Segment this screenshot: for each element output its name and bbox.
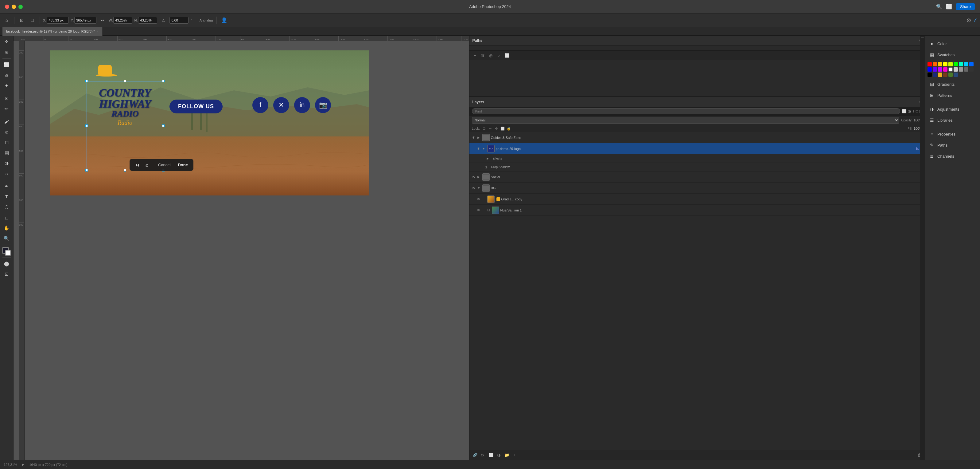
fr-item-channels[interactable]: ≣ Channels xyxy=(925,151,980,162)
text-tool[interactable]: T xyxy=(2,192,12,202)
new-fill-adj-icon[interactable]: ◑ xyxy=(496,452,502,458)
layer-expand-icon[interactable]: ▼ xyxy=(477,186,481,190)
swatch[interactable] xyxy=(959,62,963,66)
layer-expand-icon[interactable]: ▼ xyxy=(482,147,486,150)
lock-position-icon[interactable]: ✛ xyxy=(494,126,499,131)
transform-first-btn[interactable]: ⏮ xyxy=(133,161,141,169)
fr-item-paths[interactable]: ✎ Paths xyxy=(925,140,980,151)
blur-tool[interactable]: ◑ xyxy=(2,158,12,168)
home-icon[interactable]: ⌂ xyxy=(2,16,11,25)
layer-pr-demo-29-logo[interactable]: 👁 ▼ SO pr-demo-29-logo fx ▲ xyxy=(469,143,925,154)
panel-collapse-bar[interactable]: ⟨ xyxy=(920,36,925,460)
screen-mode-tool[interactable]: ⊡ xyxy=(2,269,12,279)
maximize-button[interactable] xyxy=(18,5,23,9)
twitter-x-icon[interactable]: ✕ xyxy=(273,97,289,113)
follow-us-button[interactable]: FOLLOW US xyxy=(169,100,223,113)
select-icon[interactable]: ⊡ xyxy=(18,16,26,25)
lock-checkered-icon[interactable]: ⊡ xyxy=(482,126,487,131)
transform-handle-bl[interactable] xyxy=(85,169,88,171)
move-tool[interactable]: ✛ xyxy=(2,37,12,47)
layer-vis-icon[interactable]: 👁 xyxy=(471,175,476,179)
add-style-icon[interactable]: fx xyxy=(480,452,486,458)
layer-effects[interactable]: ▶ Effects xyxy=(469,154,925,163)
close-button[interactable] xyxy=(5,5,9,9)
file-tab[interactable]: facebook_header.psd @ 127% (pr-demo-29-l… xyxy=(2,27,103,36)
layers-search-input[interactable] xyxy=(472,108,900,114)
wand-tool[interactable]: ✦ xyxy=(2,81,12,91)
brush-tool[interactable]: 🖌 xyxy=(2,116,12,126)
transform-done-button[interactable]: Done xyxy=(175,161,190,168)
tab-close-button[interactable]: × xyxy=(97,30,99,33)
filter-pixel-icon[interactable]: ⬜ xyxy=(902,109,907,113)
new-layer-icon[interactable]: + xyxy=(512,452,518,458)
fr-item-gradients[interactable]: ▤ Gradients xyxy=(925,79,980,90)
swatch[interactable] xyxy=(954,67,958,72)
layer-vis-icon[interactable]: 👁 xyxy=(471,135,476,140)
swatch[interactable] xyxy=(964,67,968,72)
layer-expand-icon[interactable]: ▶ xyxy=(487,157,490,160)
crop-tool[interactable]: ⊡ xyxy=(2,93,12,103)
transform-handle-tl[interactable] xyxy=(85,80,88,82)
filter-type-icon[interactable]: T xyxy=(912,109,914,113)
swatch[interactable] xyxy=(969,62,974,66)
swatch[interactable] xyxy=(948,73,953,77)
filter-shape-icon[interactable]: □ xyxy=(916,109,918,113)
angle-input[interactable] xyxy=(169,17,189,24)
layer-vis-icon[interactable]: 👁 xyxy=(476,197,481,202)
swatch[interactable] xyxy=(938,73,942,77)
swatch[interactable] xyxy=(943,67,947,72)
rect-tool[interactable]: □ xyxy=(2,213,12,223)
fr-item-color[interactable]: ● Color xyxy=(925,38,980,49)
swatch[interactable] xyxy=(964,62,968,66)
cancel-icon[interactable]: ⊘ xyxy=(966,17,971,24)
marquee-tool[interactable]: ⬜ xyxy=(2,60,12,70)
layer-vis-icon[interactable]: 👁 xyxy=(471,186,476,191)
layer-social[interactable]: 👁 ▶ Social xyxy=(469,171,925,183)
clone-tool[interactable]: ⎋ xyxy=(2,127,12,137)
fr-item-libraries[interactable]: ☰ Libraries xyxy=(925,115,980,126)
layer-bg[interactable]: 👁 ▼ BG xyxy=(469,183,925,194)
lock-all-icon[interactable]: 🔒 xyxy=(506,126,511,131)
fr-item-swatches[interactable]: ▦ Swatches xyxy=(925,49,980,60)
gradient-tool[interactable]: ▤ xyxy=(2,148,12,158)
linkedin-icon[interactable]: in xyxy=(294,97,310,113)
dodge-tool[interactable]: ○ xyxy=(2,169,12,179)
facebook-icon[interactable]: f xyxy=(252,97,268,113)
layer-vis-icon[interactable]: 👁 xyxy=(476,146,481,151)
swatch[interactable] xyxy=(938,67,942,72)
swatch[interactable] xyxy=(928,73,932,77)
add-mask-icon[interactable]: ⬜ xyxy=(488,452,494,458)
transform-second-btn[interactable]: ⌀ xyxy=(144,161,150,169)
instagram-icon[interactable]: 📷 xyxy=(315,97,331,113)
layer-hue-saturation[interactable]: 👁 ⊡ Hue/Sa...ion 1 xyxy=(469,205,925,216)
swatch[interactable] xyxy=(928,67,932,72)
swatch[interactable] xyxy=(959,67,963,72)
link-layers-icon[interactable]: 🔗 xyxy=(472,452,478,458)
swatch[interactable] xyxy=(938,62,942,66)
window-icon[interactable]: ⬜ xyxy=(946,4,952,10)
transform-handle-ml[interactable] xyxy=(85,124,88,127)
person-icon[interactable]: 👤 xyxy=(220,17,228,24)
layer-gradient-copy[interactable]: 👁 Gradie... copy xyxy=(469,194,925,205)
transform-handle-bm[interactable] xyxy=(124,169,126,171)
layer-drop-shadow[interactable]: ◑ Drop Shadow xyxy=(469,163,925,171)
link-icon[interactable]: ⇔ xyxy=(98,16,107,25)
layer-vis-icon[interactable]: 👁 xyxy=(476,208,481,213)
minimize-button[interactable] xyxy=(12,5,16,9)
transform-handle-tm[interactable] xyxy=(124,80,126,82)
pen-tool[interactable]: ✒ xyxy=(2,181,12,191)
logo-transform-area[interactable]: COUNTRY HIGHWAY RADIO Radio xyxy=(87,81,163,170)
filter-adj-icon[interactable]: ◑ xyxy=(908,109,911,113)
layer-guides-safe-zone[interactable]: 👁 ▶ Guides & Safe Zone xyxy=(469,132,925,143)
confirm-icon[interactable]: ✓ xyxy=(973,17,978,24)
h-input[interactable] xyxy=(138,17,157,24)
zoom-arrow[interactable]: ▶ xyxy=(22,463,24,467)
artboard-tool[interactable]: ⊞ xyxy=(2,47,12,57)
color-box[interactable] xyxy=(2,247,11,256)
swatch[interactable] xyxy=(948,62,953,66)
background-color[interactable] xyxy=(5,250,11,256)
swatch[interactable] xyxy=(948,67,953,72)
new-group-icon[interactable]: 📁 xyxy=(504,452,510,458)
path-fill-icon[interactable]: ◎ xyxy=(488,53,494,59)
lasso-tool[interactable]: ⌀ xyxy=(2,70,12,80)
